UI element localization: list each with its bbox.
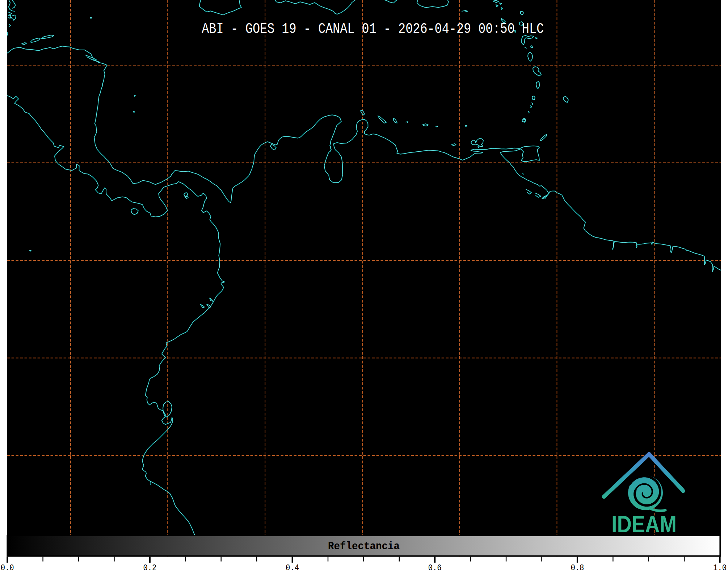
svg-text:0.8: 0.8 [571, 563, 584, 571]
svg-text:0.6: 0.6 [428, 563, 442, 571]
svg-text:0.4: 0.4 [286, 563, 299, 571]
svg-text:1.0: 1.0 [713, 563, 727, 571]
svg-text:Reflectancia: Reflectancia [328, 540, 400, 553]
svg-text:0.0: 0.0 [1, 563, 14, 571]
svg-text:ABI - GOES 19 - CANAL 01 - 202: ABI - GOES 19 - CANAL 01 - 2026-04-29 00… [202, 21, 544, 37]
svg-text:IDEAM: IDEAM [611, 511, 677, 537]
svg-text:0.2: 0.2 [143, 563, 156, 571]
